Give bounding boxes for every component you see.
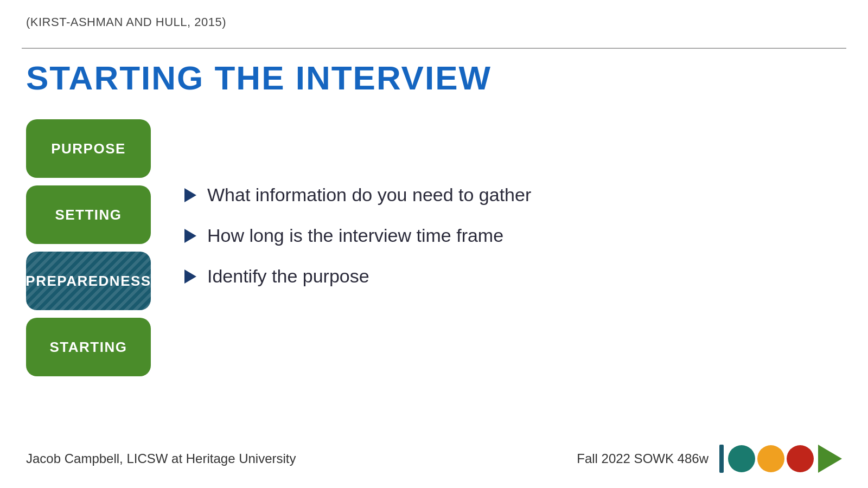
list-item: How long is the interview time frame [184,225,531,246]
footer-author: Jacob Campbell, LICSW at Heritage Univer… [26,451,296,466]
red-circle-icon [787,445,814,472]
list-item: What information do you need to gather [184,184,531,206]
citation-text: (KIRST-ASHMAN AND HULL, 2015) [26,15,842,29]
header-divider [22,48,846,49]
footer-icons [719,445,842,473]
teal-circle-icon [728,445,755,472]
preparedness-button[interactable]: PREPAREDNESS [26,252,151,310]
orange-circle-icon [757,445,784,472]
bar-icon [719,445,724,473]
bullet-list: What information do you need to gather H… [184,184,531,287]
footer-right-section: Fall 2022 SOWK 486w [577,445,842,473]
list-item: Identify the purpose [184,266,531,287]
play-icon [818,445,842,473]
bullet-arrow-icon [184,229,196,243]
setting-button[interactable]: SETTING [26,185,151,244]
starting-button[interactable]: STARTING [26,318,151,376]
footer: Jacob Campbell, LICSW at Heritage Univer… [26,445,842,473]
bullet-arrow-icon [184,188,196,202]
button-column: PURPOSE SETTING PREPAREDNESS STARTING [26,119,151,376]
page-title: STARTING THE INTERVIEW [26,59,492,97]
purpose-button[interactable]: PURPOSE [26,119,151,178]
footer-course: Fall 2022 SOWK 486w [577,451,709,466]
bullet-arrow-icon [184,269,196,284]
